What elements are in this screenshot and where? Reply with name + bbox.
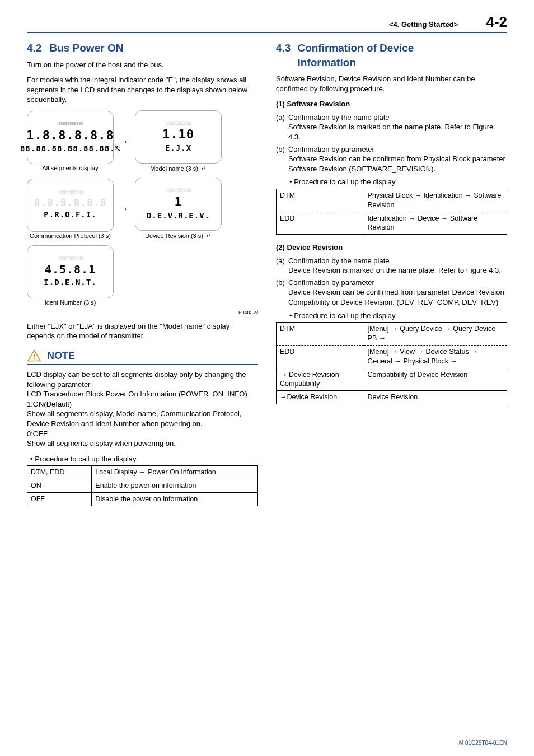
table-row: EDD[Menu] → View → Device Status → Gener… xyxy=(277,345,507,368)
lcd-model-name: ▯▯▯▯▯▯▯▯▯▯▯ 1.10 E.J.X xyxy=(135,110,222,164)
procedure-lead: Procedure to call up the display xyxy=(289,177,507,187)
paragraph: Either "EJX" or "EJA" is displayed on th… xyxy=(27,321,258,341)
section-number: 4.2 xyxy=(27,42,41,54)
two-column-layout: 4.2Bus Power ON Turn on the power of the… xyxy=(27,41,507,514)
section-title: Confirmation of DeviceInformation xyxy=(297,41,414,69)
sub-item-b: (b) Confirmation by parameterSoftware Re… xyxy=(276,144,507,174)
lcd-caption: Device Revision (3 s)⤶ xyxy=(135,231,222,241)
lcd-ident: ▯▯▯▯▯▯▯▯▯▯▯ 4.5.8.1 I.D.E.N.T. xyxy=(27,245,114,298)
right-column: 4.3Confirmation of DeviceInformation Sof… xyxy=(276,41,507,514)
lcd-caption: All segments display xyxy=(27,164,114,172)
svg-text:!: ! xyxy=(33,353,35,361)
lcd-devrev: ▯▯▯▯▯▯▯▯▯▯▯ 1 D.E.V.R.E.V. xyxy=(135,178,222,231)
power-on-info-table: DTM, EDDLocal Display → Power On Informa… xyxy=(27,465,258,506)
table-row: EDDIdentification → Device → Software Re… xyxy=(277,212,507,235)
sub-item-a: (a) Confirmation by the name plateSoftwa… xyxy=(276,113,507,142)
section-4-3-heading: 4.3Confirmation of DeviceInformation xyxy=(276,41,507,69)
note-title: NOTE xyxy=(47,349,75,362)
table-row: → Device Revision CompatibilityCompatibi… xyxy=(277,368,507,391)
note-body: LCD display can be set to all segments d… xyxy=(27,370,258,448)
lcd-protocol: ▯▯▯▯▯▯▯▯▯▯▯ 8.8.8.8.8.8 P.R.O.F.I. xyxy=(27,179,114,232)
table-row: OFFDisable the power on information xyxy=(27,492,258,506)
table-row: DTMPhysical Block → Identification → Sof… xyxy=(277,189,507,212)
paragraph: Turn on the power of the host and the bu… xyxy=(27,60,258,70)
note-line: 1:ON(Default) xyxy=(27,399,258,409)
footer-doc-id: IM 01C25T04-01EN xyxy=(457,740,507,746)
procedure-lead: Procedure to call up the display xyxy=(289,311,507,321)
lcd-figure: ▮▮▮▮▮▮▮▮▮▮▮ 1.8.8.8.8.8 88.88.88.88.88.8… xyxy=(27,110,258,316)
lcd-caption: Model name (3 s)⤶ xyxy=(135,164,222,174)
software-revision-table: DTMPhysical Block → Identification → Sof… xyxy=(276,189,507,235)
header-chapter: <4. Getting Started> xyxy=(389,20,458,29)
paragraph: For models with the integral indicator c… xyxy=(27,75,258,105)
header-page-number: 4-2 xyxy=(486,13,507,31)
sub-item-a: (a) Confirmation by the name plateDevice… xyxy=(276,256,507,276)
note-line: 0:OFF xyxy=(27,429,258,439)
arrow-right-icon: → xyxy=(120,137,128,147)
warning-triangle-icon: ! xyxy=(27,349,41,362)
lcd-caption: Ident Number (3 s) xyxy=(27,298,114,307)
subsection-heading: (1) Software Revision xyxy=(276,99,507,109)
note-line: Show all segments display, Model name, C… xyxy=(27,409,258,428)
arrow-right-icon: → xyxy=(120,204,128,214)
table-row: DTM[Menu] → Query Device → Query Device … xyxy=(277,323,507,346)
figure-id: F0403.ai xyxy=(27,309,258,316)
note-line: LCD display can be set to all segments d… xyxy=(27,370,258,389)
page-header: <4. Getting Started> 4-2 xyxy=(27,13,507,33)
sub-item-b: (b) Confirmation by parameterDevice Revi… xyxy=(276,278,507,307)
procedure-lead: Procedure to call up the display xyxy=(30,454,258,464)
return-arrow-icon: ⤶ xyxy=(205,231,212,240)
table-row: DTM, EDDLocal Display → Power On Informa… xyxy=(27,466,258,479)
return-arrow-icon: ⤶ xyxy=(200,164,207,172)
note-line: Show all segments display when powering … xyxy=(27,438,258,449)
lcd-all-segments: ▮▮▮▮▮▮▮▮▮▮▮ 1.8.8.8.8.8 88.88.88.88.88.8… xyxy=(27,111,114,164)
note-header: ! NOTE xyxy=(27,349,258,365)
section-4-2-heading: 4.2Bus Power ON xyxy=(27,41,258,55)
section-title: Bus Power ON xyxy=(49,42,123,54)
device-revision-table: DTM[Menu] → Query Device → Query Device … xyxy=(276,322,507,404)
left-column: 4.2Bus Power ON Turn on the power of the… xyxy=(27,41,258,514)
note-line: LCD Tranceducer Block Power On Informati… xyxy=(27,389,258,399)
lcd-caption: Communication Protocol (3 s) xyxy=(27,232,114,240)
table-row: ONEnable the power on information xyxy=(27,479,258,493)
section-number: 4.3 xyxy=(276,41,291,55)
table-row: →Device RevisionDevice Revision xyxy=(277,391,507,404)
paragraph: Software Revision, Device Revision and I… xyxy=(276,74,507,94)
subsection-heading: (2) Device Revision xyxy=(276,242,507,253)
